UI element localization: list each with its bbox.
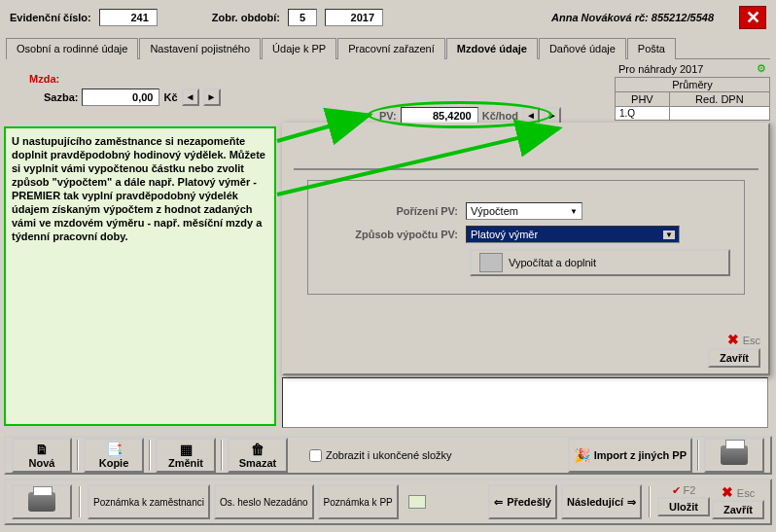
close-icon: ✖: [727, 332, 739, 347]
print-button-1[interactable]: [704, 438, 764, 473]
color-indicator: [408, 495, 426, 509]
show-ended-checkbox[interactable]: Zobrazit i ukončené složky: [309, 449, 452, 462]
averages-panel: Pro náhrady 2017 ⚙ Průměry PHV Red. DPN …: [615, 60, 770, 121]
sazba-next-button[interactable]: ►: [203, 89, 221, 106]
period-label: Zobr. období:: [212, 12, 280, 23]
toolbar-main: Poznámka k zaměstnanci Os. heslo Nezadán…: [4, 479, 772, 525]
employee-note-button[interactable]: Poznámka k zaměstnanci: [88, 484, 210, 519]
edit-button[interactable]: ▦Změnit: [156, 438, 216, 473]
calculate-button[interactable]: Vypočítat a doplnit: [470, 249, 730, 276]
averages-col-dpn: Red. DPN: [669, 92, 769, 107]
copy-button[interactable]: 📑Kopie: [84, 438, 144, 473]
copy-icon: 📑: [106, 442, 123, 457]
person-name: Anna Nováková rč: 855212/5548: [551, 12, 714, 23]
edit-icon: ▦: [180, 442, 193, 457]
new-icon: 🗎: [35, 442, 49, 457]
pv-calc-label: Způsob výpočtu PV:: [322, 229, 458, 240]
toolbar-components: 🗎Nová 📑Kopie ▦Změnit 🗑Smazat Zobrazit i …: [4, 436, 772, 475]
next-button[interactable]: Následující⇒: [561, 484, 642, 519]
tab-tax[interactable]: Daňové údaje: [539, 38, 626, 59]
tab-wage[interactable]: Mzdové údaje: [446, 38, 538, 59]
save-button[interactable]: Uložit: [657, 497, 710, 516]
averages-row-1q: 1.Q: [616, 107, 670, 121]
tab-work[interactable]: Pracovní zařazení: [337, 38, 445, 59]
tab-personal[interactable]: Osobní a rodinné údaje: [6, 38, 138, 59]
pv-mode-select[interactable]: Výpočtem▼: [466, 202, 582, 220]
averages-settings-icon[interactable]: ⚙: [757, 62, 766, 75]
previous-button[interactable]: ⇐Předešlý: [488, 484, 557, 519]
hint-tooltip: U nastupujícího zaměstnance si nezapomeň…: [4, 126, 276, 426]
main-close-button[interactable]: Zavřít: [712, 500, 764, 519]
pv-label: PV:: [379, 110, 397, 122]
pv-calc-select[interactable]: Platový výměr▼: [466, 226, 680, 243]
sazba-unit: Kč: [163, 91, 177, 103]
evidence-number-label: Evidenční číslo:: [10, 12, 91, 23]
calculator-icon: [479, 253, 503, 272]
pv-mode-label: Pořízení PV:: [322, 205, 458, 217]
sazba-label: Sazba:: [44, 91, 78, 103]
close-icon: ✖: [722, 484, 733, 500]
password-button[interactable]: Os. heslo Nezadáno: [214, 484, 314, 519]
tab-pp[interactable]: Údaje k PP: [262, 38, 336, 59]
printer-icon: [721, 445, 748, 465]
import-icon: 🎉: [574, 447, 590, 463]
delete-icon: 🗑: [251, 442, 265, 457]
sazba-prev-button[interactable]: ◄: [182, 89, 199, 106]
pv-unit: Kč/hod: [482, 110, 518, 122]
new-button[interactable]: 🗎Nová: [12, 438, 72, 473]
arrow-left-icon: ⇐: [494, 496, 503, 509]
averages-title: Pro náhrady 2017: [618, 63, 703, 75]
period-month[interactable]: 5: [288, 9, 317, 26]
close-window-button[interactable]: ✕: [739, 6, 766, 29]
pv-dialog: Pořízení PV: Výpočtem▼ Způsob výpočtu PV…: [282, 123, 770, 375]
print-button-2[interactable]: [12, 484, 72, 519]
tab-mail[interactable]: Pošta: [627, 38, 676, 59]
printer-icon: [28, 492, 55, 512]
period-year[interactable]: 2017: [325, 9, 383, 26]
evidence-number-value: 241: [99, 9, 158, 26]
components-list[interactable]: [282, 377, 768, 428]
save-icon: ✔: [672, 484, 681, 496]
pp-note-button[interactable]: Poznámka k PP: [318, 484, 399, 519]
dialog-close-button[interactable]: Zavřít: [708, 348, 760, 368]
tab-bar: Osobní a rodinné údaje Nastavení pojistn…: [6, 37, 770, 59]
tab-insurance[interactable]: Nastavení pojistného: [139, 38, 261, 59]
averages-header: Průměry: [616, 78, 770, 92]
arrow-right-icon: ⇒: [627, 496, 636, 509]
import-button[interactable]: 🎉 Import z jiných PP: [568, 438, 692, 473]
delete-button[interactable]: 🗑Smazat: [228, 438, 288, 473]
sazba-value[interactable]: 0,00: [82, 89, 159, 106]
averages-col-phv: PHV: [616, 92, 670, 107]
